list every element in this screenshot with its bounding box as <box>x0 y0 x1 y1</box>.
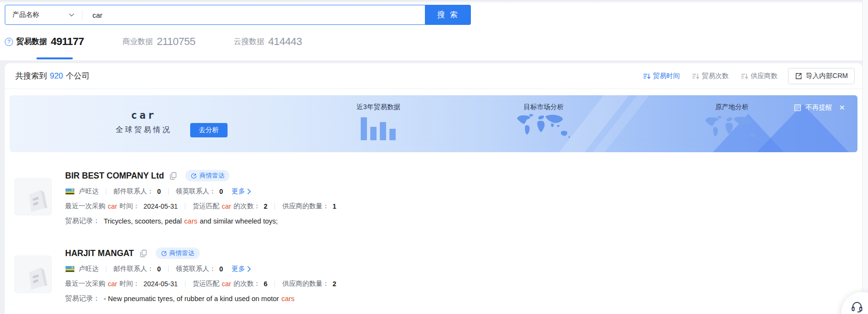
sort-icon <box>643 73 651 79</box>
import-crm-label: 导入内部CRM <box>806 72 848 80</box>
supplier-count: 1 <box>332 202 336 210</box>
email-contacts-label: 邮件联系人： <box>114 265 154 273</box>
sort-label: 供应商数 <box>751 72 777 80</box>
copy-icon[interactable] <box>140 249 147 258</box>
banner-subtitle: 全球贸易情况 <box>90 125 197 135</box>
copy-icon[interactable] <box>170 172 177 180</box>
search-button[interactable]: 搜 索 <box>425 5 471 25</box>
help-icon[interactable]: ? <box>5 38 13 46</box>
more-label: 更多 <box>232 187 245 196</box>
keyword-highlight: car <box>108 202 117 210</box>
linkedin-contacts-count: 0 <box>219 188 223 195</box>
freight-label-post: 的次数： <box>234 280 261 288</box>
banner-section-trade-3y: 近3年贸易数据 <box>335 103 422 112</box>
trade-record-label: 贸易记录： <box>65 216 100 225</box>
tab-trade-data[interactable]: ? 贸易数据 491177 <box>5 35 84 48</box>
chevron-down-icon <box>69 13 74 17</box>
trade-record-text: and similar wheeled toys; <box>200 217 278 225</box>
banner-section-target-market: 目标市场分析 <box>501 103 587 112</box>
company-info: HARJIT MANGAT 商情雷达 卢旺达 邮件联系人： <box>65 245 336 306</box>
linkedin-contacts-label: 领英联系人： <box>176 187 216 196</box>
top-edge-shadow <box>0 0 868 3</box>
rwanda-flag-icon <box>65 188 75 195</box>
tab-label: 贸易数据 <box>16 37 47 47</box>
tab-business-data[interactable]: 商业数据 2110755 <box>122 35 195 48</box>
more-link[interactable]: 更多 <box>232 265 251 273</box>
active-tab-indicator <box>36 57 73 59</box>
freight-count: 2 <box>264 202 268 210</box>
freight-label-pre: 货运匹配 <box>193 202 219 211</box>
sort-label: 贸易时间 <box>653 72 680 80</box>
more-link[interactable]: 更多 <box>232 187 251 196</box>
company-card: BIR BEST COMPANY Ltd 商情雷达 卢旺达 <box>14 168 850 228</box>
trade-record-label: 贸易记录： <box>65 294 100 303</box>
keyword-highlight: car <box>222 280 231 288</box>
linkedin-contacts-count: 0 <box>219 265 223 273</box>
sort-label: 贸易次数 <box>702 72 729 80</box>
search-input[interactable] <box>82 5 425 24</box>
field-divider <box>168 188 169 195</box>
more-label: 更多 <box>232 265 245 273</box>
radar-badge[interactable]: 商情雷达 <box>185 170 229 181</box>
keyword-highlight: cars <box>184 217 197 225</box>
app-screen: 产品名称 搜 索 ? 贸易数据 491177 商业数据 2110755 <box>0 0 868 314</box>
banner-dismiss: 不再提醒 ✕ <box>794 103 845 112</box>
company-info: BIR BEST COMPANY Ltd 商情雷达 卢旺达 <box>65 168 336 228</box>
sort-trade-time[interactable]: 贸易时间 <box>643 72 680 80</box>
trade-record-text: - New pneumatic tyres, of rubber of a ki… <box>104 295 279 303</box>
radar-icon <box>161 250 167 257</box>
search-box: 产品名称 <box>5 5 425 25</box>
dismiss-checkbox[interactable] <box>794 104 801 111</box>
world-map-icon <box>703 115 761 142</box>
company-country: 卢旺达 <box>79 187 99 196</box>
header-actions: 贸易时间 贸易次数 供应商数 <box>631 68 855 84</box>
results-panel: 共搜索到920个公司 贸易时间 贸易次数 <box>5 63 862 314</box>
category-select[interactable]: 产品名称 <box>5 5 82 24</box>
mini-bar-chart <box>361 117 399 140</box>
supplier-count: 2 <box>332 280 336 288</box>
field-divider <box>274 280 275 287</box>
email-contacts-label: 邮件联系人： <box>114 187 154 196</box>
field-divider <box>274 203 275 210</box>
company-name[interactable]: HARJIT MANGAT <box>65 248 134 258</box>
keyword-highlight: car <box>222 202 231 210</box>
tab-count: 414443 <box>268 35 302 48</box>
purchase-date: 2024-05-31 <box>143 202 178 210</box>
freight-label-pre: 货运匹配 <box>193 280 219 288</box>
data-tabs: ? 贸易数据 491177 商业数据 2110755 云搜数据 414443 <box>5 35 302 48</box>
company-name[interactable]: BIR BEST COMPANY Ltd <box>65 171 164 181</box>
tab-count: 491177 <box>51 35 84 48</box>
analyze-button[interactable]: 去分析 <box>190 123 228 137</box>
banner-section-origin: 原产地分析 <box>689 103 775 112</box>
sort-supplier-count[interactable]: 供应商数 <box>741 72 777 80</box>
tab-cloud-search-data[interactable]: 云搜数据 414443 <box>234 35 302 48</box>
category-select-value: 产品名称 <box>12 11 39 19</box>
email-contacts-count: 0 <box>157 265 161 273</box>
export-icon <box>795 72 802 80</box>
import-crm-button[interactable]: 导入内部CRM <box>788 68 855 84</box>
email-contacts-count: 0 <box>157 188 161 195</box>
summary-suffix: 个公司 <box>66 71 90 80</box>
purchase-label-pre: 最近一次采购 <box>65 280 105 288</box>
field-divider <box>185 280 185 287</box>
radar-badge[interactable]: 商情雷达 <box>156 247 200 259</box>
field-divider <box>106 188 106 195</box>
close-icon[interactable]: ✕ <box>839 103 845 112</box>
sort-trade-count[interactable]: 贸易次数 <box>692 72 729 80</box>
company-thumbnail[interactable] <box>14 178 52 215</box>
sort-icon <box>692 73 699 79</box>
company-thumbnail[interactable] <box>14 256 52 293</box>
search-bar: 产品名称 搜 索 <box>5 5 471 25</box>
company-country: 卢旺达 <box>79 265 99 273</box>
linkedin-contacts-label: 领英联系人： <box>176 265 216 273</box>
scrollbar[interactable] <box>862 0 868 314</box>
supplier-label: 供应商的数量： <box>282 202 329 211</box>
radar-badge-label: 商情雷达 <box>170 249 194 258</box>
field-divider <box>185 203 185 210</box>
radar-icon <box>191 173 197 179</box>
freight-count: 6 <box>264 280 268 288</box>
headset-icon <box>851 301 863 313</box>
tab-label: 商业数据 <box>122 37 153 47</box>
banner-keyword: car <box>96 110 192 121</box>
company-card: HARJIT MANGAT 商情雷达 卢旺达 邮件联系人： <box>14 245 850 306</box>
